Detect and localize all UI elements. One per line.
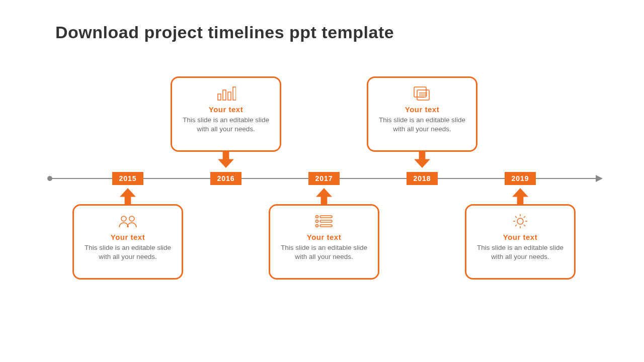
arrow-up-icon <box>512 188 528 204</box>
arrow-up-icon <box>120 188 136 204</box>
year-tag-2016: 2016 <box>210 172 242 185</box>
timeline-card-2016: Your text This slide is an editable slid… <box>171 76 281 152</box>
timeline-axis-arrow <box>596 175 603 182</box>
timeline-axis-start <box>47 176 52 181</box>
svg-rect-2 <box>218 94 221 100</box>
page-title: Download project timelines ppt template <box>55 23 394 42</box>
svg-rect-11 <box>320 225 332 227</box>
bar-chart-icon <box>180 85 272 102</box>
svg-point-0 <box>121 216 126 221</box>
year-tag-2018: 2018 <box>407 172 438 185</box>
timeline-card-2018: Your text This slide is an editable slid… <box>367 76 477 152</box>
document-icon <box>376 85 468 102</box>
svg-rect-5 <box>233 87 236 100</box>
svg-point-17 <box>517 218 523 224</box>
gear-icon <box>474 213 566 230</box>
svg-point-10 <box>316 225 318 227</box>
svg-rect-3 <box>223 90 226 100</box>
card-body: This slide is an editable slide with all… <box>474 243 566 261</box>
card-body: This slide is an editable slide with all… <box>278 243 370 261</box>
arrow-down-icon <box>414 152 430 168</box>
year-tag-2019: 2019 <box>505 172 536 185</box>
card-heading: Your text <box>376 105 468 114</box>
people-icon <box>82 213 174 230</box>
svg-rect-7 <box>320 216 332 218</box>
svg-rect-12 <box>414 87 426 97</box>
svg-rect-9 <box>320 220 332 222</box>
svg-point-1 <box>129 216 134 221</box>
timeline-card-2015: Your text This slide is an editable slid… <box>72 204 183 280</box>
arrow-down-icon <box>218 152 234 168</box>
svg-point-6 <box>316 216 318 218</box>
card-heading: Your text <box>180 105 272 114</box>
year-tag-2015: 2015 <box>112 172 143 185</box>
list-icon <box>278 213 370 230</box>
card-heading: Your text <box>82 233 174 241</box>
arrow-up-icon <box>316 188 332 204</box>
timeline-card-2017: Your text This slide is an editable slid… <box>269 204 379 280</box>
card-heading: Your text <box>474 233 566 241</box>
svg-rect-4 <box>228 92 231 100</box>
card-heading: Your text <box>278 233 370 241</box>
year-tag-2017: 2017 <box>308 172 340 185</box>
card-body: This slide is an editable slide with all… <box>82 243 174 261</box>
svg-point-8 <box>316 220 318 223</box>
card-body: This slide is an editable slide with all… <box>180 116 272 134</box>
card-body: This slide is an editable slide with all… <box>376 116 468 134</box>
timeline-card-2019: Your text This slide is an editable slid… <box>465 204 576 280</box>
